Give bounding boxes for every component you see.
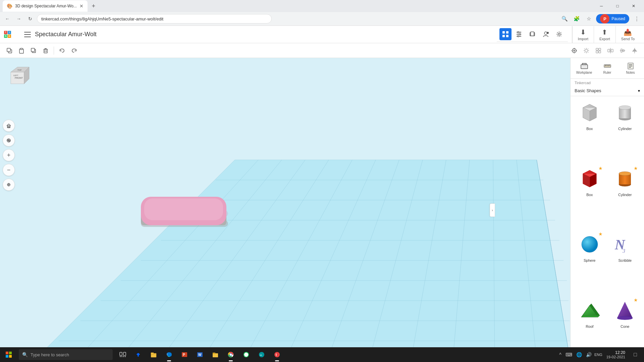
- mirror-button[interactable]: [605, 45, 616, 56]
- paused-button[interactable]: P Paused: [596, 14, 629, 23]
- zoom-fit-button[interactable]: [3, 179, 15, 191]
- extension-icon[interactable]: 🧩: [572, 14, 581, 23]
- keyboard-icon[interactable]: ⌨: [564, 351, 574, 359]
- svg-rect-135: [9, 355, 12, 358]
- chevron-up-tray-icon[interactable]: ^: [558, 351, 563, 359]
- snap-button[interactable]: [593, 45, 604, 56]
- light-button[interactable]: [581, 45, 592, 56]
- shape-box-gray-wrapper: [578, 101, 601, 125]
- taskbar-search[interactable]: 🔍 Type here to search: [19, 349, 113, 360]
- copy-button[interactable]: [4, 45, 15, 56]
- flip-button[interactable]: [629, 45, 640, 56]
- shape-cylinder-gray[interactable]: Cylinder: [609, 99, 642, 162]
- volume-icon[interactable]: 🔊: [585, 351, 593, 359]
- shape-box-red[interactable]: ★ Box: [573, 165, 606, 228]
- svg-rect-46: [611, 49, 613, 52]
- shape-sphere-blue-wrapper: ★: [578, 233, 601, 257]
- delete-button[interactable]: [40, 45, 51, 56]
- layers-button[interactable]: [526, 28, 538, 40]
- ruler-label: Ruler: [603, 71, 611, 74]
- file-manager-taskbar-app[interactable]: [208, 347, 223, 362]
- bookmark-icon[interactable]: ☆: [584, 14, 593, 23]
- minimize-button[interactable]: ─: [594, 0, 609, 12]
- task-view-button[interactable]: [115, 347, 130, 362]
- close-button[interactable]: ✕: [626, 0, 641, 12]
- browser-tab[interactable]: 🎨 3D design Spectacular Amur-Wo... ✕: [3, 0, 88, 12]
- home-view-button[interactable]: [3, 120, 15, 132]
- address-input[interactable]: tinkercad.com/things/8gAhjqUmNe5-spectac…: [37, 14, 272, 23]
- settings-icon[interactable]: ⋮: [632, 14, 641, 23]
- svg-rect-43: [599, 51, 601, 53]
- viewport[interactable]: FRONT LEFT TOP Edit Grid Snap Grid 1.0 m…: [0, 58, 570, 362]
- svg-rect-2: [24, 37, 31, 37]
- export-button[interactable]: ⬆ Export: [594, 26, 615, 43]
- svg-point-8: [519, 34, 521, 35]
- svg-rect-136: [120, 352, 122, 356]
- ruler-button[interactable]: Ruler: [596, 61, 618, 76]
- shape-roof-label: Roof: [586, 324, 593, 328]
- shape-scribble[interactable]: N 3 Scribble: [609, 231, 642, 294]
- cube-navigator[interactable]: FRONT LEFT TOP: [4, 62, 31, 89]
- tab-favicon: 🎨: [7, 3, 12, 9]
- zoom-in-button[interactable]: +: [3, 149, 15, 161]
- file-explorer-taskbar-app[interactable]: [146, 347, 161, 362]
- undo-button[interactable]: [57, 45, 67, 56]
- shape-box-gray[interactable]: Box: [573, 99, 606, 162]
- start-button[interactable]: [0, 347, 17, 362]
- svg-rect-101: [604, 65, 611, 67]
- shape-scribble-label: Scribble: [618, 258, 632, 262]
- import-icon: ⬇: [580, 28, 586, 36]
- orbit-button[interactable]: [3, 134, 15, 146]
- tab-close-btn[interactable]: ✕: [79, 3, 84, 9]
- notes-button[interactable]: Notes: [620, 61, 641, 76]
- tinkercad-logo[interactable]: T I N K: [4, 31, 19, 38]
- shape-sphere-blue[interactable]: ★ Sphere: [573, 231, 606, 294]
- forward-button[interactable]: →: [14, 14, 23, 23]
- panel-collapse-button[interactable]: ›: [490, 203, 495, 217]
- send-to-icon: 📤: [624, 28, 632, 36]
- shape-cone-purple-wrapper: ★: [613, 299, 637, 323]
- grid-view-button[interactable]: [499, 28, 512, 40]
- dropbox-taskbar-app[interactable]: [131, 347, 146, 362]
- shape-scribble-wrapper: N 3: [613, 233, 637, 257]
- zoom-out-button[interactable]: −: [3, 164, 15, 176]
- logo-n: N: [4, 35, 7, 38]
- edge-taskbar-app[interactable]: [162, 347, 176, 362]
- import-button[interactable]: ⬇ Import: [572, 26, 594, 43]
- duplicate-button[interactable]: [28, 45, 39, 56]
- svg-point-56: [8, 140, 9, 141]
- powerpoint-taskbar-app[interactable]: P: [177, 347, 192, 362]
- camera-target-button[interactable]: [569, 45, 580, 56]
- notification-button[interactable]: □: [629, 347, 641, 362]
- menu-button[interactable]: [23, 30, 32, 39]
- settings-button[interactable]: [553, 28, 565, 40]
- word-taskbar-app[interactable]: W: [193, 347, 207, 362]
- reload-button[interactable]: ↻: [25, 14, 35, 23]
- arduino-taskbar-app[interactable]: ∞: [254, 347, 269, 362]
- shapes-category-dropdown[interactable]: Basic Shapes ▾: [571, 85, 644, 96]
- svg-rect-4: [506, 31, 508, 34]
- chrome-taskbar-app[interactable]: [223, 347, 238, 362]
- notes-label: Notes: [626, 71, 635, 74]
- shape-cylinder-orange[interactable]: ★ Cylinder: [609, 165, 642, 228]
- svg-point-31: [585, 49, 588, 52]
- system-clock[interactable]: 12:20 19-02-2021: [604, 349, 628, 360]
- search-icon[interactable]: 🔍: [560, 14, 569, 23]
- redo-button[interactable]: [69, 45, 79, 56]
- maximize-button[interactable]: □: [610, 0, 625, 12]
- whatsapp-taskbar-app[interactable]: [239, 347, 254, 362]
- shape-box-red-wrapper: ★: [578, 167, 601, 191]
- back-button[interactable]: ←: [3, 14, 12, 23]
- user-button[interactable]: +: [540, 28, 552, 40]
- edit-toolbar: [0, 43, 644, 58]
- tinkercad-taskbar-app[interactable]: t: [270, 347, 284, 362]
- svg-rect-53: [8, 127, 9, 128]
- align-button[interactable]: [617, 45, 628, 56]
- design-name[interactable]: Spectacular Amur-Wolt: [35, 31, 97, 38]
- new-tab-button[interactable]: +: [89, 1, 98, 11]
- paste-button[interactable]: [16, 45, 27, 56]
- workplane-button[interactable]: Workplane: [573, 61, 595, 76]
- send-to-button[interactable]: 📤 Send To: [615, 26, 640, 43]
- network-icon[interactable]: 🌐: [575, 351, 583, 359]
- tools-view-button[interactable]: [513, 28, 525, 40]
